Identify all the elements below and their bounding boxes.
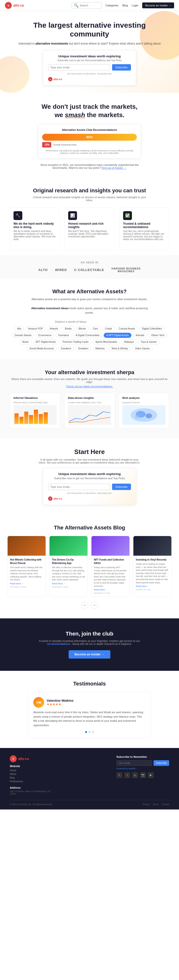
tag-artwork[interactable]: Artwork — [47, 326, 61, 331]
footer-top: a alts·co Website Home About Blog Prefer… — [10, 755, 169, 795]
become-insider-button[interactable]: Become an Insider → — [142, 2, 174, 8]
linkedin-icon[interactable]: in — [132, 772, 138, 778]
tag-alto[interactable]: Alto — [14, 326, 24, 331]
tag-nft2[interactable]: NFT Digital Assets — [33, 339, 58, 344]
facebook-icon[interactable]: f — [124, 772, 130, 778]
start-sub-form: Subscribe — [48, 484, 131, 490]
sherpa-card-sub-1: Inferred value of recent Rally Sales — [13, 401, 57, 404]
sherpa-card-title-1: Inferred Valuations — [13, 396, 57, 399]
footer-link-home[interactable]: Home — [10, 769, 52, 772]
footer-links: Home About Blog Preferences — [10, 769, 52, 783]
sherpa-card-insights: Data-driven insights Content Site Multip… — [64, 393, 115, 428]
read-more-4[interactable]: Read More → — [136, 585, 169, 587]
next-page-button[interactable]: → — [91, 602, 97, 609]
newsletter-email-input[interactable] — [117, 760, 152, 766]
research-subtext: Critical research and actionable insight… — [30, 196, 149, 202]
newsletter-subscribe-button[interactable]: Subscribe — [153, 760, 169, 766]
footer-link-preferences[interactable]: Preferences — [10, 780, 52, 783]
bar-6 — [39, 414, 43, 424]
nav-login[interactable]: Login — [132, 4, 138, 7]
tag-railways[interactable]: Railways — [121, 339, 137, 344]
tag-cars[interactable]: Cars — [90, 326, 101, 331]
header: a alts·co 🔍 Categories Blog Login Become… — [0, 0, 179, 11]
research-cols: 🔨 We do the hard work nobody else is doi… — [10, 207, 169, 250]
footer-privacy[interactable]: Privacy — [142, 803, 150, 805]
nav-categories[interactable]: Categories — [105, 4, 118, 7]
instagram-icon[interactable]: 📷 — [140, 772, 146, 778]
tag-wine[interactable]: Wine & Whisky — [109, 346, 131, 351]
footer-copyright: © 2021 Alt Assets, Inc. All Rights Reser… — [10, 803, 53, 805]
explore-label: Explore a world of ideas: — [10, 320, 133, 324]
start-email-input[interactable] — [48, 484, 110, 490]
start-subscribe-button[interactable]: Subscribe — [112, 484, 131, 490]
hero-subtitle: Interested in alternative investments bu… — [15, 42, 164, 45]
col-desc-2: We aren't 'fine bros.' We objectively ev… — [68, 230, 110, 238]
smash-link[interactable]: Find out of Insider → — [101, 166, 126, 169]
tag-costal[interactable]: Costal — [102, 326, 115, 331]
footer-link-about[interactable]: About — [10, 773, 52, 775]
tag-amazon[interactable]: Amazon FOP — [26, 326, 46, 331]
tag-farmland[interactable]: Farmland — [56, 333, 71, 338]
tag-others-tech[interactable]: Others Tech — [149, 333, 167, 338]
blog-img-2 — [50, 536, 88, 556]
tag-sneakers[interactable]: Sneakers — [58, 346, 74, 351]
search-input[interactable] — [80, 4, 99, 7]
start-card-desc: Subscribe now to get our Recommendations… — [48, 477, 131, 480]
tag-animals[interactable]: Animals — [133, 333, 147, 338]
footer-logo-text: alts·co — [18, 757, 29, 761]
perf-card: Alternative Assets Club Recommendations … — [38, 124, 141, 159]
blog-excerpt-3: Today we're exploring NFT Funds. Well-kn… — [94, 566, 127, 587]
dot-3[interactable] — [92, 731, 94, 733]
tag-toys[interactable]: Toys & Games — [138, 339, 159, 344]
sherpa-section: Your alternative investment sherpa Where… — [0, 360, 179, 438]
tag-sports-merch[interactable]: Sports Merchandise — [93, 339, 120, 344]
footer-terms[interactable]: Terms — [152, 803, 159, 805]
prev-page-button[interactable]: ← — [82, 602, 88, 609]
dot-1[interactable] — [85, 731, 87, 733]
sub-email-input[interactable] — [48, 64, 110, 70]
bar-2 — [19, 417, 24, 424]
logo-icon: a — [5, 2, 12, 9]
tag-premium-cards[interactable]: Premium Trading Cards — [60, 339, 91, 344]
blog-date-1: December 6, 2022 — [10, 586, 43, 588]
perf-note: Performance calculated by equally weight… — [42, 150, 137, 154]
footer-nav-links: Website Home About Blog Preferences — [10, 765, 52, 783]
tag-music[interactable]: Music — [20, 339, 31, 344]
blog-img-4 — [133, 536, 171, 556]
sherpa-link[interactable]: Check out our latest recommendations. — [66, 385, 113, 388]
join-button[interactable]: Become an Insider → — [69, 650, 110, 659]
powered-by[interactable]: Powered by beehiiv → — [117, 767, 169, 770]
tag-nft-active[interactable]: A NFT Digital Assets — [104, 333, 131, 338]
hero-section: The largest alternative investing commun… — [0, 11, 179, 93]
sherpa-card-valuations: Inferred Valuations Inferred value of re… — [10, 393, 60, 428]
sub-subscribe-button[interactable]: Subscribe — [112, 64, 131, 70]
tag-social[interactable]: Social Media Accounts — [27, 346, 57, 351]
tag-digital-communities[interactable]: A Digital Communities — [73, 333, 102, 338]
nav-blog[interactable]: Blog — [122, 4, 128, 7]
dot-2[interactable] — [88, 731, 91, 733]
tag-video-games[interactable]: Video Games — [132, 346, 152, 351]
tag-ecommerce[interactable]: Ecommerce — [36, 333, 54, 338]
footer-link-blog[interactable]: Blog — [10, 776, 52, 779]
footer-address-block: Address 2611 M Street, Suite 270 Washing… — [10, 786, 52, 795]
read-more-3[interactable]: Read More → — [94, 589, 127, 591]
blog-card-3: NFT Funds and Collective DAOs Today we'r… — [91, 536, 130, 597]
read-more-2[interactable]: Read More → — [52, 582, 85, 585]
tag-sneakers2[interactable]: Sneakers — [75, 346, 91, 351]
tag-domain[interactable]: Domain Names — [12, 333, 34, 338]
bar-1 — [14, 413, 19, 424]
youtube-icon[interactable]: ▶ — [148, 772, 154, 778]
tag-watches[interactable]: Watches — [93, 346, 107, 351]
tag-digital-collectibles[interactable]: Digital Collectibles — [139, 326, 165, 331]
tag-bitcoin[interactable]: Bitcoin — [76, 326, 89, 331]
tag-books[interactable]: Books — [62, 326, 75, 331]
footer-brand: a alts·co Website Home About Blog Prefer… — [10, 755, 52, 795]
sherpa-card-title-3: Rich analysis — [122, 396, 166, 399]
search-box[interactable]: 🔍 — [72, 2, 102, 9]
tag-cultural[interactable]: Cultural Assets — [116, 326, 138, 331]
footer-logo: a alts·co — [10, 755, 52, 762]
test-stars-1: ★★★★★ — [46, 702, 74, 706]
read-more-1[interactable]: Read More → — [10, 582, 43, 585]
footer-contact[interactable]: Contact — [161, 803, 169, 805]
twitter-icon[interactable]: 𝕏 — [117, 772, 122, 778]
